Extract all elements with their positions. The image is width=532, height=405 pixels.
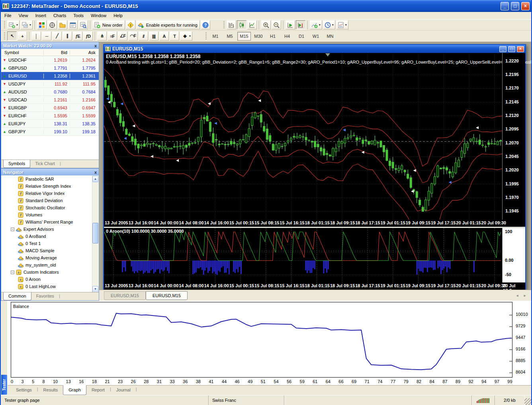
text-label-button[interactable]: T bbox=[170, 31, 179, 41]
metaeditor-button[interactable]: ! bbox=[126, 20, 135, 29]
candlesticks-button[interactable] bbox=[237, 20, 246, 29]
fibo-retracement-button[interactable]: ≡F bbox=[108, 31, 117, 41]
tab-common[interactable]: Common bbox=[3, 292, 31, 300]
chart-close-button[interactable]: × bbox=[517, 46, 524, 52]
chart-window[interactable]: EURUSD,M15 _ □ × EURUSD,M15 1.2358 1.235… bbox=[103, 44, 526, 290]
main-chart-plot[interactable]: EURUSD,M15 1.2358 1.2358 1.2358 1.2358 0… bbox=[104, 53, 525, 220]
tab-favorites[interactable]: Favorites bbox=[31, 292, 59, 300]
market-watch-row-gbpjpy[interactable]: ▲GBPJPY199.10199.18 bbox=[1, 128, 99, 136]
navigator-item-custom-indicators[interactable]: −fCustom Indicators bbox=[1, 269, 99, 276]
timeframe-d1-button[interactable]: D1 bbox=[295, 32, 308, 41]
cycle-lines-button[interactable]: |||| bbox=[149, 31, 158, 41]
resize-grip[interactable] bbox=[524, 398, 531, 405]
indicators-button[interactable]: ▾ bbox=[310, 20, 322, 29]
chart-minimize-button[interactable]: _ bbox=[499, 46, 507, 52]
zoom-in-button[interactable] bbox=[261, 20, 271, 29]
timeframe-m30-button[interactable]: M30 bbox=[252, 32, 265, 41]
timeframe-mn-button[interactable]: MN bbox=[323, 32, 337, 41]
aroon-subwindow[interactable]: 0 Aroon(10) 100.0000 30.0000 35.0000 100… bbox=[104, 228, 525, 282]
navigator-item-0-last-highlow[interactable]: f0 Last HighLow bbox=[1, 283, 99, 290]
navigator-item-parabolic-sar[interactable]: fParabolic SAR bbox=[1, 175, 99, 183]
tree-collapse-icon[interactable]: − bbox=[11, 271, 14, 274]
time-axis-aroon[interactable]: 13 Jul 200513 Jul 16:0014 Jul 00:0014 Ju… bbox=[104, 282, 525, 290]
navigator-item-macd-sample[interactable]: MACD Sample bbox=[1, 247, 99, 254]
fibo-channel-e-button[interactable]: ƒE bbox=[73, 31, 82, 41]
tab-scroll-right-icon[interactable]: ▸ bbox=[522, 293, 528, 299]
scroll-down-icon[interactable]: ▼ bbox=[92, 286, 98, 292]
tab-scroll-left-icon[interactable]: ◂ bbox=[514, 293, 520, 299]
new-order-button[interactable]: New order bbox=[92, 20, 125, 29]
toolbar-grip[interactable] bbox=[223, 21, 225, 29]
timeframe-m5-button[interactable]: M5 bbox=[223, 32, 237, 41]
timeframe-h1-button[interactable]: H1 bbox=[266, 32, 280, 41]
navigator-item-expert-advisors[interactable]: −Expert Advisors bbox=[1, 226, 99, 233]
navigator-toggle-button[interactable] bbox=[58, 20, 67, 29]
menu-help[interactable]: Help bbox=[110, 12, 126, 19]
chart-shift-button[interactable] bbox=[296, 20, 305, 29]
parallel-lines-button[interactable]: // bbox=[139, 31, 148, 41]
horizontal-line-button[interactable]: ─ bbox=[42, 31, 51, 41]
tester-tab-settings[interactable]: Settings bbox=[11, 386, 37, 395]
tester-graph-area[interactable]: Balance 1001097299447916688858604 035810… bbox=[8, 301, 531, 385]
timeframe-m15-button[interactable]: M15 bbox=[237, 32, 251, 41]
fibo-channel-d-button[interactable]: ƒD bbox=[83, 31, 93, 41]
navigator-item-relative-strength-index[interactable]: fRelative Strength Index bbox=[1, 183, 99, 190]
navigator-item-0-aroband[interactable]: 0 AroBand bbox=[1, 233, 99, 240]
chart-window-titlebar[interactable]: EURUSD,M15 _ □ × bbox=[104, 45, 525, 53]
tab-symbols[interactable]: Symbols bbox=[3, 160, 30, 168]
market-watch-row-gbpusd[interactable]: ▲GBPUSD1.77911.7795 bbox=[1, 64, 99, 72]
navigator-item-stochastic-oscillator[interactable]: fStochastic Oscillator bbox=[1, 204, 99, 211]
bar-chart-button[interactable] bbox=[227, 20, 236, 29]
line-chart-button[interactable] bbox=[247, 20, 257, 29]
chart-maximize-button[interactable]: □ bbox=[508, 46, 515, 52]
market-watch-row-audusd[interactable]: ▲AUDUSD0.76800.7684 bbox=[1, 88, 99, 96]
menu-view[interactable]: View bbox=[15, 12, 32, 19]
market-watch-row-eurusd[interactable]: ▲EURUSD1.23581.2361 bbox=[1, 72, 99, 80]
minimize-button[interactable]: _ bbox=[501, 2, 509, 10]
navigator-item-my-system-old[interactable]: my_system_old bbox=[1, 261, 99, 269]
navigator-item-relative-vigor-index[interactable]: fRelative Vigor Index bbox=[1, 190, 99, 197]
zoom-out-button[interactable] bbox=[272, 20, 281, 29]
trendline-button[interactable]: ╱ bbox=[52, 31, 62, 41]
navigator-caption[interactable]: Navigator x bbox=[1, 169, 99, 175]
chart-tab-1[interactable]: EURUSD,M15 bbox=[146, 291, 188, 300]
price-axis[interactable]: 1.22201.21951.21701.21451.21201.20951.20… bbox=[502, 53, 525, 220]
market-watch-row-usdcad[interactable]: ▼USDCAD1.21611.2166 bbox=[1, 96, 99, 104]
auto-scroll-button[interactable] bbox=[286, 20, 295, 29]
navigator-item-standard-deviation[interactable]: fStandard Deviation bbox=[1, 197, 99, 204]
timeframe-m1-button[interactable]: M1 bbox=[209, 32, 222, 41]
toolbar-grip[interactable] bbox=[4, 21, 5, 29]
tester-vertical-tab[interactable]: Tester bbox=[1, 375, 7, 395]
tester-tab-journal[interactable]: Journal bbox=[111, 386, 136, 395]
andrews-pitchfork-button[interactable]: ⋔ bbox=[97, 31, 107, 41]
column-ask[interactable]: Ask bbox=[70, 50, 99, 55]
templates-button[interactable]: ▾ bbox=[336, 20, 348, 29]
time-axis-main[interactable]: 13 Jul 200513 Jul 16:0014 Jul 00:0014 Ju… bbox=[104, 220, 525, 227]
navigator-item-0-test-1[interactable]: 0 Test 1 bbox=[1, 240, 99, 247]
crosshair-button[interactable]: + bbox=[18, 31, 27, 41]
navigator-item-volumes[interactable]: fVolumes bbox=[1, 211, 99, 218]
toolbar-grip[interactable] bbox=[4, 32, 5, 40]
fibo-fan-button[interactable]: ∠F bbox=[118, 31, 127, 41]
new-chart-button[interactable]: ▾ bbox=[7, 20, 20, 29]
navigator-close-icon[interactable]: x bbox=[94, 170, 97, 175]
market-watch-close-icon[interactable]: x bbox=[94, 43, 97, 48]
text-button[interactable]: A bbox=[159, 31, 169, 41]
scroll-thumb[interactable] bbox=[92, 223, 98, 243]
tester-tab-graph[interactable]: Graph bbox=[63, 385, 86, 395]
equidistant-channel-button[interactable]: ∥ bbox=[63, 31, 72, 41]
close-button[interactable]: × bbox=[521, 2, 530, 10]
market-watch-row-eurgbp[interactable]: ▼EURGBP0.69430.6947 bbox=[1, 104, 99, 112]
tree-collapse-icon[interactable]: − bbox=[11, 228, 14, 231]
column-symbol[interactable]: Symbol bbox=[1, 50, 43, 55]
arrows-button[interactable]: ◆▾ bbox=[180, 31, 192, 41]
help-button[interactable]: ? bbox=[201, 20, 210, 29]
timeframe-h4-button[interactable]: H4 bbox=[280, 32, 294, 41]
menu-insert[interactable]: Insert bbox=[31, 12, 50, 19]
menu-file[interactable]: File bbox=[1, 12, 15, 19]
navigator-item-0-aroon[interactable]: f0 Aroon bbox=[1, 276, 99, 283]
chart-tab-0[interactable]: EURUSD,M15 bbox=[104, 291, 146, 300]
enable-experts-button[interactable]: Enable experts for running bbox=[136, 20, 200, 29]
navigator-item-williams-percent-range[interactable]: fWilliams' Percent Range bbox=[1, 218, 99, 226]
timeframe-w1-button[interactable]: W1 bbox=[309, 32, 323, 41]
